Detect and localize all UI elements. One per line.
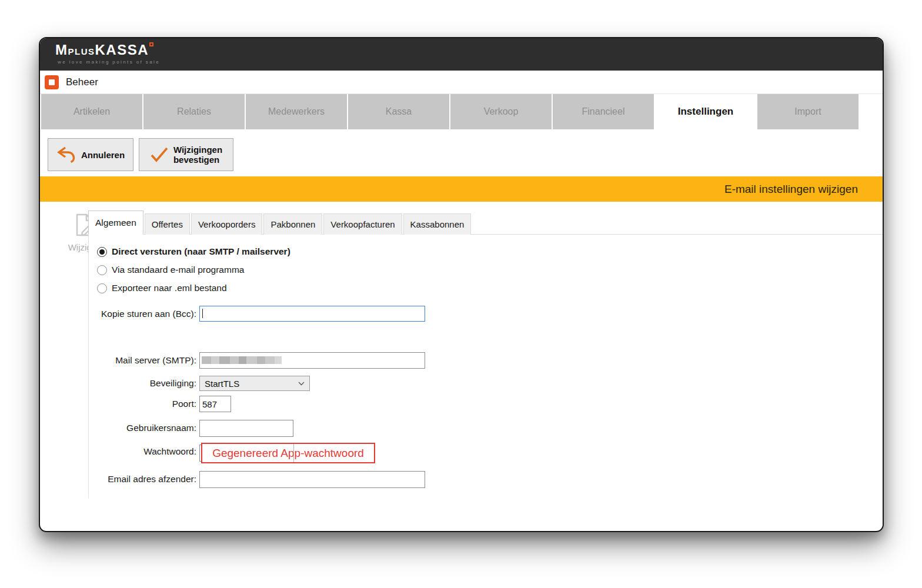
confirm-button-label-line1: Wijzigingen	[173, 145, 222, 155]
desktop-canvas: MPLUSKASSA we love making points of sale…	[0, 0, 922, 588]
confirm-changes-button[interactable]: Wijzigingen bevestigen	[139, 138, 233, 171]
logo-square-icon	[149, 42, 153, 46]
tab-instellingen[interactable]: Instellingen	[655, 94, 756, 129]
tab-relaties[interactable]: Relaties	[143, 94, 245, 129]
radio-button-icon	[97, 265, 107, 275]
window-title: Beheer	[66, 76, 98, 88]
confirm-button-label-line2: bevestigen	[173, 155, 219, 165]
beheer-app-icon	[45, 75, 59, 89]
command-button-row: Annuleren Wijzigingen bevestigen	[48, 138, 233, 171]
radio-direct-smtp-label: Direct versturen (naar SMTP / mailserver…	[112, 246, 290, 257]
password-annotation-text: Gegenereerd App-wachtwoord	[212, 447, 364, 460]
tab-import[interactable]: Import	[757, 94, 858, 129]
radio-export-eml[interactable]: Exporteer naar .eml bestand	[97, 281, 227, 295]
tab-verkoop[interactable]: Verkoop	[450, 94, 552, 129]
radio-default-mail-program-label: Via standaard e-mail programma	[112, 265, 244, 275]
password-annotation-box: Gegenereerd App-wachtwoord	[201, 443, 375, 463]
tab-financieel[interactable]: Financieel	[553, 94, 654, 129]
tab-kassa[interactable]: Kassa	[348, 94, 449, 129]
radio-button-icon	[97, 247, 107, 257]
security-field-wrap: StartTLS	[199, 376, 310, 391]
sender-input[interactable]	[199, 471, 425, 488]
checkmark-icon	[150, 146, 169, 163]
subtab-verkoopfacturen[interactable]: Verkoopfacturen	[323, 213, 402, 235]
logo-text-kassa: KASSA	[95, 42, 149, 58]
email-settings-panel: Algemeen Offertes Verkooporders Pakbonne…	[88, 211, 884, 498]
bcc-field-wrap	[199, 306, 425, 322]
subtab-algemeen[interactable]: Algemeen	[88, 211, 143, 235]
mail-server-label: Mail server (SMTP):	[88, 355, 196, 366]
beheer-app-icon-hole	[49, 79, 55, 85]
password-input-edge	[293, 444, 294, 462]
chevron-down-icon	[298, 382, 305, 386]
security-selected-value: StartTLS	[205, 379, 239, 389]
sender-field-wrap	[199, 471, 425, 488]
redacted-value-overlay	[202, 356, 282, 364]
main-tab-bar: Artikelen Relaties Medewerkers Kassa Ver…	[41, 94, 858, 129]
sender-label: Email adres afzender:	[88, 474, 196, 485]
bcc-input[interactable]	[199, 306, 425, 322]
radio-default-mail-program[interactable]: Via standaard e-mail programma	[97, 263, 244, 277]
mpluskassa-logo: MPLUSKASSA	[55, 42, 153, 57]
context-banner: E-mail instellingen wijzigen	[40, 176, 883, 202]
app-window: MPLUSKASSA we love making points of sale…	[39, 37, 884, 532]
username-input[interactable]	[199, 420, 293, 437]
port-input[interactable]	[199, 396, 231, 412]
app-header: MPLUSKASSA we love making points of sale	[40, 38, 883, 71]
port-field-wrap	[199, 396, 231, 412]
subtab-pakbonnen[interactable]: Pakbonnen	[263, 213, 322, 235]
logo-text-plus: PLUS	[68, 46, 95, 56]
subtab-offertes[interactable]: Offertes	[145, 213, 190, 235]
username-field-wrap	[199, 420, 293, 437]
radio-direct-smtp[interactable]: Direct versturen (naar SMTP / mailserver…	[97, 245, 290, 259]
tab-medewerkers[interactable]: Medewerkers	[246, 94, 347, 129]
sub-tab-bar: Algemeen Offertes Verkooporders Pakbonne…	[88, 211, 884, 235]
undo-arrow-icon	[56, 146, 76, 163]
text-caret	[202, 309, 203, 318]
mail-server-field-wrap	[199, 352, 425, 369]
subtab-kassabonnen[interactable]: Kassabonnen	[403, 213, 472, 235]
username-label: Gebruikersnaam:	[88, 423, 196, 433]
cancel-button[interactable]: Annuleren	[48, 138, 133, 171]
logo-text: M	[55, 42, 68, 58]
security-select[interactable]: StartTLS	[199, 376, 310, 391]
logo-tagline: we love making points of sale	[58, 59, 160, 65]
panel-left-border	[88, 235, 89, 498]
context-banner-text: E-mail instellingen wijzigen	[724, 183, 858, 196]
password-label: Wachtwoord:	[88, 446, 196, 457]
subtab-verkooporders[interactable]: Verkooporders	[191, 213, 263, 235]
bcc-label: Kopie sturen aan (Bcc):	[88, 309, 196, 319]
security-label: Beveiliging:	[88, 378, 196, 389]
window-title-row: Beheer	[40, 71, 883, 94]
radio-button-icon	[97, 283, 107, 293]
tab-artikelen[interactable]: Artikelen	[41, 94, 142, 129]
radio-export-eml-label: Exporteer naar .eml bestand	[112, 283, 227, 293]
port-label: Poort:	[88, 399, 196, 409]
cancel-button-label: Annuleren	[81, 150, 125, 160]
